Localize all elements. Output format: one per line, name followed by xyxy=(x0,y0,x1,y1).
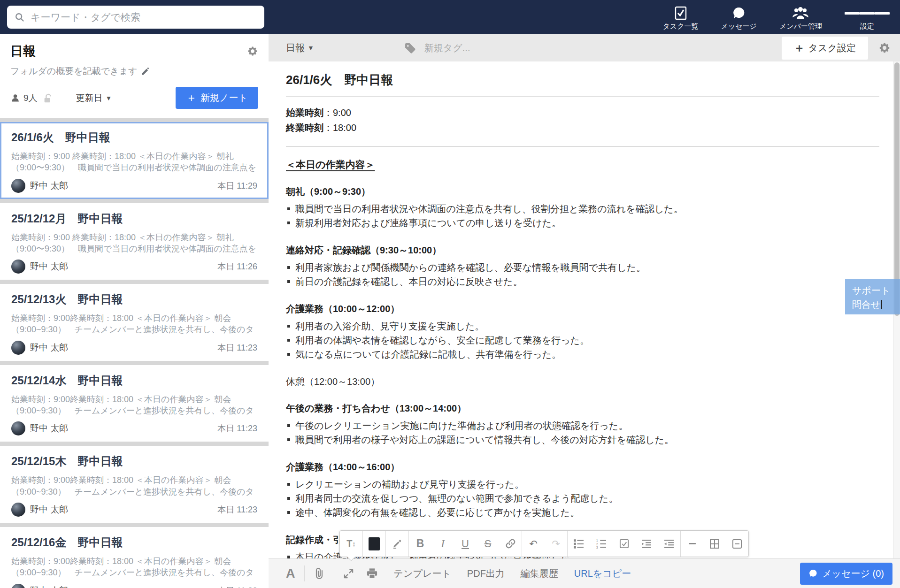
edit-history-button[interactable]: 編集履歴 xyxy=(521,567,558,580)
time-fields: 始業時刻：9:00 終業時刻：18:00 xyxy=(286,105,879,135)
note-card[interactable]: 25/12/12月 野中日報 始業時刻：9:00 終業時刻：18:00 ＜本日の… xyxy=(0,203,269,280)
section-heading: 休憩（12:00～13:00） xyxy=(286,375,879,388)
note-card[interactable]: 25/12/15木 野中日報 始業時刻：9:00終業時刻：18:00 ＜本日の作… xyxy=(0,446,269,523)
fullscreen-icon[interactable] xyxy=(343,568,354,579)
note-card[interactable]: 26/1/6火 野中日報 始業時刻：9:00 終業時刻：18:00 ＜本日の作業… xyxy=(0,122,269,199)
undo-icon[interactable]: ↶ xyxy=(522,531,545,557)
folder-header: 日報 フォルダの概要を記載できます 9人 更新日 ▼ ＋ 新規ノート xyxy=(0,34,269,118)
attachment-icon[interactable] xyxy=(314,567,325,580)
message-icon xyxy=(732,6,746,20)
task-list-icon xyxy=(675,6,687,20)
bullet-item: 利用者の体調や表情を確認しながら、安全に配慮して業務を行った。 xyxy=(286,333,879,347)
plus-icon: ＋ xyxy=(794,42,805,53)
note-author: 野中 太郎 xyxy=(30,260,68,273)
table-icon[interactable] xyxy=(703,531,726,557)
strikethrough-icon[interactable]: S xyxy=(477,531,499,557)
nav-settings[interactable]: 設定 xyxy=(845,6,890,31)
note-section: 休憩（12:00～13:00） xyxy=(286,375,879,388)
note-card-title: 25/12/13火 野中日報 xyxy=(11,292,257,307)
note-timestamp: 本日 11:23 xyxy=(217,504,257,515)
note-card[interactable]: 25/12/14水 野中日報 始業時刻：9:00終業時刻：18:00 ＜本日の作… xyxy=(0,365,269,442)
unlocked-padlock-icon[interactable] xyxy=(42,92,54,104)
chevron-down-icon: ▼ xyxy=(308,44,314,52)
highlighter-icon[interactable] xyxy=(386,531,408,557)
search-input[interactable] xyxy=(31,12,257,23)
new-note-button[interactable]: ＋ 新規ノート xyxy=(176,87,258,109)
support-contact-widget[interactable]: サポート 問合せ xyxy=(845,279,900,314)
folder-description-row[interactable]: フォルダの概要を記載できます xyxy=(10,65,258,77)
top-bar: タスク一覧 メッセージ メンバー管理 設定 xyxy=(0,0,900,34)
text-color-icon[interactable] xyxy=(363,531,385,557)
outdent-icon[interactable] xyxy=(658,531,680,557)
indent-icon[interactable] xyxy=(635,531,658,557)
note-card-preview: 始業時刻：9:00終業時刻：18:00 ＜本日の作業内容＞ 朝会（9:00~9:… xyxy=(11,394,257,417)
pdf-export-button[interactable]: PDF出力 xyxy=(467,567,505,580)
avatar xyxy=(11,584,25,588)
note-timestamp: 本日 11:29 xyxy=(217,180,257,191)
nav-member-management[interactable]: メンバー管理 xyxy=(779,6,822,31)
nav-label: 設定 xyxy=(860,22,874,31)
note-section: 介護業務（14:00～16:00） レクリエーションの補助および見守り支援を行っ… xyxy=(286,461,879,519)
bullet-item: 新規利用者対応および連絡事項についての申し送りを受けた。 xyxy=(286,216,879,230)
note-timestamp: 本日 11:23 xyxy=(217,585,257,588)
note-card[interactable]: 25/12/16金 野中日報 始業時刻：9:00終業時刻：18:00 ＜本日の作… xyxy=(0,527,269,588)
italic-icon[interactable]: I xyxy=(431,531,454,557)
sidebar: 日報 フォルダの概要を記載できます 9人 更新日 ▼ ＋ 新規ノート 26/1/… xyxy=(0,34,269,588)
folder-settings-gear-icon[interactable] xyxy=(247,46,258,57)
note-card-title: 25/12/16金 野中日報 xyxy=(11,535,257,550)
checkbox-list-icon[interactable] xyxy=(613,531,635,557)
note-editor-content[interactable]: 26/1/6火 野中日報 始業時刻：9:00 終業時刻：18:00 ＜本日の作業… xyxy=(269,61,893,558)
field-value: 18:00 xyxy=(333,122,356,133)
numbered-list-icon[interactable]: 123 xyxy=(590,531,613,557)
note-header-bar: 日報 ▼ ＋ タスク設定 xyxy=(269,34,900,61)
main-panel: 日報 ▼ ＋ タスク設定 26/1/6火 野中日報 始業時刻：9:00 終業時刻… xyxy=(269,34,900,588)
section-heading: 介護業務（10:00～12:00） xyxy=(286,303,879,315)
note-card[interactable]: 25/12/13火 野中日報 始業時刻：9:00終業時刻：18:00 ＜本日の作… xyxy=(0,284,269,361)
note-list: 26/1/6火 野中日報 始業時刻：9:00 終業時刻：18:00 ＜本日の作業… xyxy=(0,122,269,588)
bullet-item: 前日の介護記録を確認し、本日の対応に反映させた。 xyxy=(286,275,879,289)
note-card-title: 25/12/15木 野中日報 xyxy=(11,454,257,469)
scrollbar-thumb[interactable] xyxy=(894,62,900,316)
collapse-icon[interactable] xyxy=(726,531,748,557)
text-cursor xyxy=(881,300,882,309)
bulleted-list-icon[interactable] xyxy=(568,531,590,557)
underline-icon[interactable]: U xyxy=(454,531,477,557)
bullet-item: 気になる点については介護記録に記載し、共有準備を行った。 xyxy=(286,347,879,361)
avatar xyxy=(11,179,25,193)
print-icon[interactable] xyxy=(366,568,378,579)
note-author: 野中 太郎 xyxy=(30,342,68,354)
field-label: 始業時刻 xyxy=(286,107,323,118)
horizontal-rule-icon[interactable] xyxy=(681,531,703,557)
section-heading: 介護業務（14:00～16:00） xyxy=(286,461,879,473)
template-button[interactable]: テンプレート xyxy=(394,567,451,580)
avatar xyxy=(11,341,25,355)
note-card-preview: 始業時刻：9:00終業時刻：18:00 ＜本日の作業内容＞ 朝会（9:00~9:… xyxy=(11,313,257,336)
message-bubble-icon xyxy=(808,569,818,578)
note-title: 26/1/6火 野中日報 xyxy=(286,72,879,97)
global-search[interactable] xyxy=(7,6,264,29)
copy-url-button[interactable]: URLをコピー xyxy=(574,567,631,580)
field-value: 9:00 xyxy=(333,107,351,118)
folder-select-dropdown[interactable]: 日報 ▼ xyxy=(286,42,314,54)
nav-messages[interactable]: メッセージ xyxy=(721,6,757,31)
sort-dropdown[interactable]: 更新日 ▼ xyxy=(76,92,112,104)
bold-icon[interactable]: B xyxy=(409,531,431,557)
svg-text:3: 3 xyxy=(596,546,598,549)
plus-icon: ＋ xyxy=(186,92,197,103)
nav-task-list[interactable]: タスク一覧 xyxy=(662,6,698,31)
bullet-item: 利用者家族および関係機関からの連絡を確認し、必要な情報を職員間で共有した。 xyxy=(286,260,879,275)
note-settings-gear-icon[interactable] xyxy=(878,42,891,54)
font-color-icon[interactable]: A xyxy=(286,566,295,581)
task-settings-button[interactable]: ＋ タスク設定 xyxy=(782,37,868,60)
note-section: 介護業務（10:00～12:00） 利用者の入浴介助、見守り支援を実施した。 利… xyxy=(286,303,879,361)
message-count-button[interactable]: メッセージ (0) xyxy=(800,563,892,585)
new-tag-input[interactable] xyxy=(424,43,546,53)
tag-icon xyxy=(404,42,416,54)
folder-title: 日報 xyxy=(10,43,36,60)
avatar xyxy=(11,421,25,435)
redo-icon[interactable]: ↷ xyxy=(545,531,567,557)
folder-description: フォルダの概要を記載できます xyxy=(10,65,137,77)
note-timestamp: 本日 11:23 xyxy=(217,342,257,353)
section-heading: 朝礼（9:00～9:30） xyxy=(286,185,879,198)
link-icon[interactable] xyxy=(499,531,522,557)
